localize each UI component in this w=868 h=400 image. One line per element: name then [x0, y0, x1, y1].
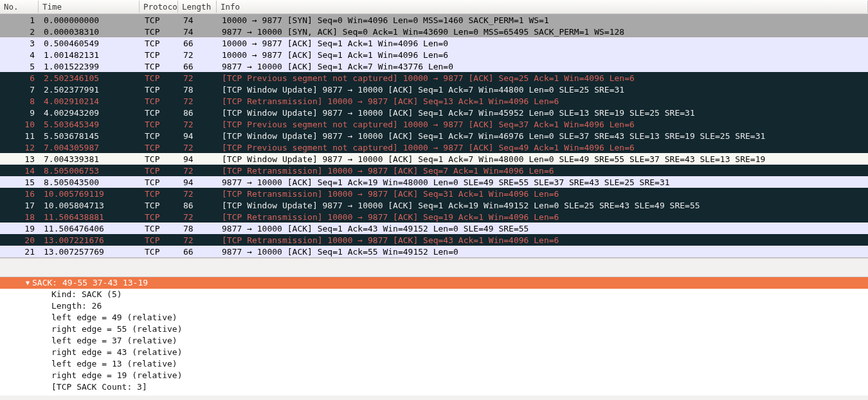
cell-len: 72 [179, 235, 218, 245]
cell-no: 16 [1, 189, 40, 199]
cell-no: 4 [1, 50, 40, 60]
packet-list-pane: No. Time Protoco Length Info 10.00000000… [0, 0, 868, 258]
packet-row[interactable]: 115.503678145TCP94[TCP Window Update] 98… [0, 130, 868, 141]
cell-len: 72 [179, 73, 218, 83]
cell-proto: TCP [141, 39, 179, 48]
cell-proto: TCP [141, 120, 179, 129]
detail-field[interactable]: left edge = 49 (relative) [0, 312, 868, 323]
packet-row[interactable]: 62.502346105TCP72[TCP Previous segment n… [0, 72, 868, 84]
packet-rows-container: 10.000000000TCP7410000 → 9877 [SYN] Seq=… [0, 14, 868, 257]
packet-row[interactable]: 41.001482131TCP7210000 → 9877 [ACK] Seq=… [0, 49, 868, 60]
packet-row[interactable]: 20.000038310TCP749877 → 10000 [SYN, ACK]… [0, 26, 868, 37]
cell-time: 1.001482131 [40, 50, 141, 60]
detail-field[interactable]: Kind: SACK (5) [0, 289, 868, 300]
cell-info: 10000 → 9877 [ACK] Seq=1 Ack=1 Win=4096 … [218, 39, 868, 48]
packet-row[interactable]: 2013.007221676TCP72[TCP Retransmission] … [0, 234, 868, 246]
packet-row[interactable]: 1811.506438881TCP72[TCP Retransmission] … [0, 211, 868, 223]
packet-row[interactable]: 2113.007257769TCP669877 → 10000 [ACK] Se… [0, 246, 868, 257]
cell-time: 8.505043500 [40, 177, 141, 187]
cell-no: 11 [1, 131, 40, 141]
packet-row[interactable]: 51.001522399TCP669877 → 10000 [ACK] Seq=… [0, 60, 868, 72]
detail-field[interactable]: left edge = 13 (relative) [0, 358, 868, 370]
cell-len: 72 [179, 96, 218, 106]
cell-proto: TCP [141, 108, 179, 118]
packet-row[interactable]: 94.002943209TCP86[TCP Window Update] 987… [0, 107, 868, 118]
column-header-no[interactable]: No. [0, 1, 39, 13]
cell-time: 8.505006753 [40, 166, 141, 176]
cell-no: 7 [1, 85, 40, 95]
cell-proto: TCP [141, 131, 179, 141]
cell-proto: TCP [141, 15, 179, 25]
cell-time: 5.503645349 [40, 120, 141, 129]
cell-proto: TCP [141, 50, 179, 60]
detail-field[interactable]: right edge = 19 (relative) [0, 370, 868, 381]
cell-proto: TCP [141, 85, 179, 95]
cell-len: 66 [179, 247, 218, 257]
packet-list-header: No. Time Protoco Length Info [0, 0, 868, 14]
cell-time: 13.007221676 [40, 235, 141, 245]
packet-row[interactable]: 84.002910214TCP72[TCP Retransmission] 10… [0, 95, 868, 107]
detail-field[interactable]: Length: 26 [0, 300, 868, 312]
cell-proto: TCP [141, 96, 179, 106]
cell-proto: TCP [141, 73, 179, 83]
cell-time: 2.502377991 [40, 85, 141, 95]
cell-proto: TCP [141, 27, 179, 37]
cell-info: [TCP Window Update] 9877 → 10000 [ACK] S… [218, 108, 868, 118]
cell-proto: TCP [141, 247, 179, 257]
cell-info: [TCP Window Update] 9877 → 10000 [ACK] S… [218, 154, 868, 164]
cell-info: [TCP Window Update] 9877 → 10000 [ACK] S… [218, 85, 868, 95]
packet-row[interactable]: 1710.005804713TCP86[TCP Window Update] 9… [0, 199, 868, 211]
cell-len: 74 [179, 15, 218, 25]
cell-time: 5.503678145 [40, 131, 141, 141]
detail-field[interactable]: [TCP SACK Count: 3] [0, 381, 868, 393]
cell-no: 8 [1, 96, 40, 106]
column-header-time[interactable]: Time [39, 1, 140, 13]
packet-row[interactable]: 158.505043500TCP949877 → 10000 [ACK] Seq… [0, 176, 868, 188]
cell-no: 13 [1, 154, 40, 164]
cell-info: 9877 → 10000 [SYN, ACK] Seq=0 Ack=1 Win=… [218, 27, 868, 37]
cell-time: 1.001522399 [40, 62, 141, 71]
cell-no: 3 [1, 39, 40, 48]
detail-field[interactable]: right edge = 43 (relative) [0, 347, 868, 358]
cell-len: 94 [179, 131, 218, 141]
packet-row[interactable]: 1911.506476406TCP789877 → 10000 [ACK] Se… [0, 223, 868, 234]
cell-no: 6 [1, 73, 40, 83]
cell-info: 9877 → 10000 [ACK] Seq=1 Ack=55 Win=4915… [218, 247, 868, 257]
cell-no: 20 [1, 235, 40, 245]
cell-len: 72 [179, 189, 218, 199]
cell-info: [TCP Retransmission] 10000 → 9877 [ACK] … [218, 166, 868, 176]
cell-no: 12 [1, 143, 40, 152]
cell-no: 10 [1, 120, 40, 129]
packet-details-pane: ▼ SACK: 49-55 37-43 13-19 Kind: SACK (5)… [0, 277, 868, 395]
cell-info: 10000 → 9877 [SYN] Seq=0 Win=4096 Len=0 … [218, 15, 868, 25]
packet-row[interactable]: 30.500460549TCP6610000 → 9877 [ACK] Seq=… [0, 37, 868, 49]
packet-row[interactable]: 127.004305987TCP72[TCP Previous segment … [0, 141, 868, 153]
column-header-info[interactable]: Info [217, 1, 868, 13]
packet-row[interactable]: 148.505006753TCP72[TCP Retransmission] 1… [0, 165, 868, 176]
cell-len: 94 [179, 154, 218, 164]
cell-info: 10000 → 9877 [ACK] Seq=1 Ack=1 Win=4096 … [218, 50, 868, 60]
packet-row[interactable]: 105.503645349TCP72[TCP Previous segment … [0, 118, 868, 130]
cell-no: 21 [1, 247, 40, 257]
detail-field[interactable]: left edge = 37 (relative) [0, 335, 868, 347]
detail-field[interactable]: right edge = 55 (relative) [0, 323, 868, 335]
cell-no: 18 [1, 212, 40, 222]
cell-no: 19 [1, 224, 40, 233]
packet-row[interactable]: 137.004339381TCP94[TCP Window Update] 98… [0, 153, 868, 165]
cell-len: 78 [179, 85, 218, 95]
cell-no: 15 [1, 177, 40, 187]
cell-len: 94 [179, 177, 218, 187]
detail-node-sack[interactable]: ▼ SACK: 49-55 37-43 13-19 [0, 277, 868, 289]
packet-row[interactable]: 1610.005769119TCP72[TCP Retransmission] … [0, 188, 868, 199]
cell-info: [TCP Retransmission] 10000 → 9877 [ACK] … [218, 96, 868, 106]
column-header-length[interactable]: Length [178, 1, 217, 13]
cell-len: 72 [179, 212, 218, 222]
column-header-proto[interactable]: Protoco [140, 1, 178, 13]
cell-info: [TCP Retransmission] 10000 → 9877 [ACK] … [218, 189, 868, 199]
cell-time: 10.005769119 [40, 189, 141, 199]
cell-proto: TCP [141, 177, 179, 187]
packet-row[interactable]: 10.000000000TCP7410000 → 9877 [SYN] Seq=… [0, 14, 868, 26]
pane-splitter[interactable] [0, 258, 868, 277]
cell-info: 9877 → 10000 [ACK] Seq=1 Ack=19 Win=4800… [218, 177, 868, 187]
packet-row[interactable]: 72.502377991TCP78[TCP Window Update] 987… [0, 84, 868, 95]
